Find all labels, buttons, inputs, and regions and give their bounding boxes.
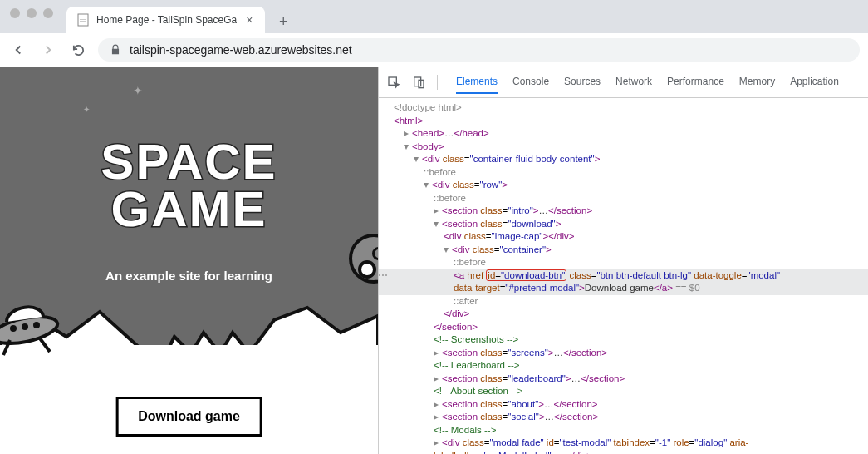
hero-title: SPACE GAME bbox=[101, 138, 277, 233]
dom-comment[interactable]: <!-- Modals --> bbox=[379, 424, 868, 437]
svg-point-7 bbox=[33, 322, 40, 328]
browser-toolbar: tailspin-spacegame-web.azurewebsites.net bbox=[0, 33, 868, 67]
svg-line-9 bbox=[40, 338, 50, 352]
dom-line[interactable]: ▾<body> bbox=[379, 141, 868, 154]
dom-line[interactable]: ▸<head>…</head> bbox=[379, 127, 868, 141]
rendered-page: ✦ ✦ SPACE GAME An example site for learn… bbox=[0, 67, 378, 454]
dom-line[interactable]: ▾<div class="container"> bbox=[379, 244, 868, 257]
tab-performance[interactable]: Performance bbox=[667, 71, 724, 94]
download-game-button[interactable]: Download game bbox=[115, 397, 262, 437]
dom-line[interactable]: labelledby="myModalLabel">…</div> bbox=[379, 450, 868, 454]
browser-chrome: Home Page - TailSpin SpaceGa × + tailspi… bbox=[0, 0, 868, 67]
reload-button[interactable] bbox=[68, 40, 88, 60]
dom-line[interactable]: ▸<section class="intro">…</section> bbox=[379, 205, 868, 218]
svg-rect-2 bbox=[80, 19, 86, 20]
dom-line[interactable]: ▾<section class="download"> bbox=[379, 218, 868, 231]
url-text: tailspin-spacegame-web.azurewebsites.net bbox=[130, 43, 352, 57]
svg-point-6 bbox=[22, 323, 28, 330]
tab-network[interactable]: Network bbox=[615, 71, 652, 94]
hero-subtitle: An example site for learning bbox=[105, 269, 272, 283]
window-controls bbox=[0, 0, 63, 18]
dom-line-selected[interactable]: ⋯<a href id="download-btn" class="btn bt… bbox=[379, 269, 868, 283]
svg-rect-11 bbox=[414, 77, 421, 86]
dom-line[interactable]: <div class="image-cap"></div> bbox=[379, 230, 868, 244]
content-area: ✦ ✦ SPACE GAME An example site for learn… bbox=[0, 67, 868, 454]
dom-line[interactable]: ▾<div class="row"> bbox=[379, 179, 868, 192]
lock-icon bbox=[110, 44, 121, 56]
tab-sources[interactable]: Sources bbox=[564, 71, 601, 94]
devtools-panel: Elements Console Sources Network Perform… bbox=[378, 67, 868, 454]
dom-line[interactable]: ::before bbox=[379, 192, 868, 205]
dom-line[interactable]: </div> bbox=[379, 308, 868, 321]
page-favicon-icon bbox=[76, 13, 90, 27]
dom-comment[interactable]: <!-- Screenshots --> bbox=[379, 333, 868, 347]
browser-tab[interactable]: Home Page - TailSpin SpaceGa × bbox=[66, 7, 265, 33]
tab-memory[interactable]: Memory bbox=[739, 71, 775, 94]
dom-line[interactable]: ▸<section class="social">…</section> bbox=[379, 411, 868, 424]
devtools-header: Elements Console Sources Network Perform… bbox=[379, 67, 868, 98]
inspect-element-icon[interactable] bbox=[387, 76, 400, 89]
dom-line[interactable]: ::before bbox=[379, 256, 868, 269]
device-toggle-icon[interactable] bbox=[412, 76, 425, 89]
window-close-icon[interactable] bbox=[10, 8, 20, 18]
star-icon: ✦ bbox=[133, 84, 143, 97]
address-bar[interactable]: tailspin-spacegame-web.azurewebsites.net bbox=[98, 38, 860, 62]
dom-line[interactable]: ▸<section class="about">…</section> bbox=[379, 398, 868, 412]
back-button[interactable] bbox=[8, 40, 28, 60]
tab-title: Home Page - TailSpin SpaceGa bbox=[96, 14, 237, 26]
svg-point-5 bbox=[10, 325, 17, 332]
window-maximize-icon[interactable] bbox=[43, 8, 53, 18]
tab-console[interactable]: Console bbox=[512, 71, 549, 94]
star-icon: ✦ bbox=[83, 105, 90, 114]
tab-application[interactable]: Application bbox=[790, 71, 839, 94]
planet-icon bbox=[349, 234, 378, 284]
dom-comment[interactable]: <!-- Leaderboard --> bbox=[379, 359, 868, 373]
window-minimize-icon[interactable] bbox=[27, 8, 37, 18]
svg-rect-1 bbox=[80, 17, 86, 17]
dom-line[interactable]: </section> bbox=[379, 321, 868, 334]
svg-rect-3 bbox=[80, 21, 86, 22]
dom-line-selected[interactable]: data-target="#pretend-modal">Download ga… bbox=[379, 282, 868, 295]
dom-line[interactable]: ▸<div class="modal fade" id="test-modal"… bbox=[379, 437, 868, 450]
dom-line[interactable]: ▾<div class="container-fluid body-conten… bbox=[379, 153, 868, 166]
dom-line[interactable]: <html> bbox=[379, 115, 868, 128]
forward-button[interactable] bbox=[38, 40, 58, 60]
new-tab-button[interactable]: + bbox=[272, 10, 295, 33]
elements-tree[interactable]: <!doctype html> <html> ▸<head>…</head> ▾… bbox=[379, 98, 868, 454]
tab-close-icon[interactable]: × bbox=[243, 14, 255, 26]
devtools-tabs: Elements Console Sources Network Perform… bbox=[456, 71, 839, 94]
dom-line[interactable]: ▸<section class="screens">…</section> bbox=[379, 347, 868, 360]
tab-elements[interactable]: Elements bbox=[456, 71, 498, 94]
dom-line[interactable]: ::after bbox=[379, 295, 868, 308]
tab-bar: Home Page - TailSpin SpaceGa × + bbox=[0, 0, 868, 33]
dom-line[interactable]: ::before bbox=[379, 166, 868, 180]
dom-line[interactable]: <!doctype html> bbox=[379, 101, 868, 115]
ufo-icon bbox=[0, 303, 71, 362]
dom-comment[interactable]: <!-- About section --> bbox=[379, 385, 868, 398]
dom-line[interactable]: ▸<section class="leaderboard">…</section… bbox=[379, 373, 868, 386]
